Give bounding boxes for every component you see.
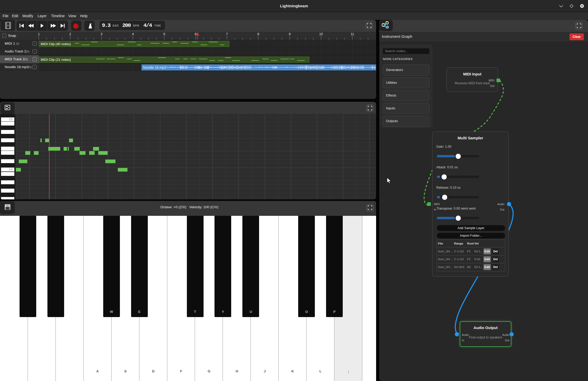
svg-text:11: 11 [351, 32, 354, 36]
svg-text:2: 2 [69, 32, 71, 36]
svg-text:1: 1 [38, 32, 40, 36]
svg-text:7: 7 [226, 32, 228, 36]
svg-text:8: 8 [258, 32, 259, 36]
svg-text:10: 10 [319, 32, 323, 36]
svg-text:9: 9 [289, 32, 291, 36]
svg-text:4: 4 [132, 32, 134, 36]
svg-text:5: 5 [163, 32, 165, 36]
svg-text:3: 3 [101, 32, 102, 36]
